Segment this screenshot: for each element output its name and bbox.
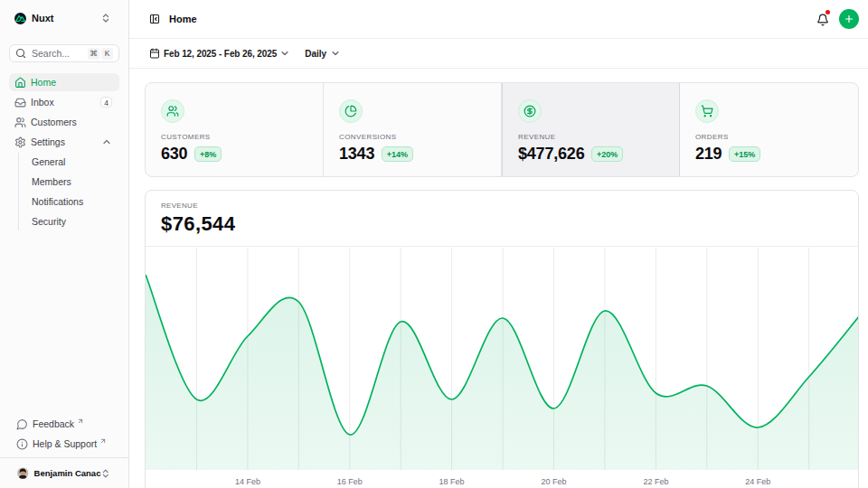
svg-text:24 Feb: 24 Feb: [745, 477, 770, 486]
svg-text:20 Feb: 20 Feb: [541, 477, 566, 486]
svg-text:18 Feb: 18 Feb: [439, 477, 465, 486]
svg-text:16 Feb: 16 Feb: [337, 477, 363, 486]
svg-text:22 Feb: 22 Feb: [643, 477, 668, 486]
svg-text:14 Feb: 14 Feb: [235, 477, 260, 486]
